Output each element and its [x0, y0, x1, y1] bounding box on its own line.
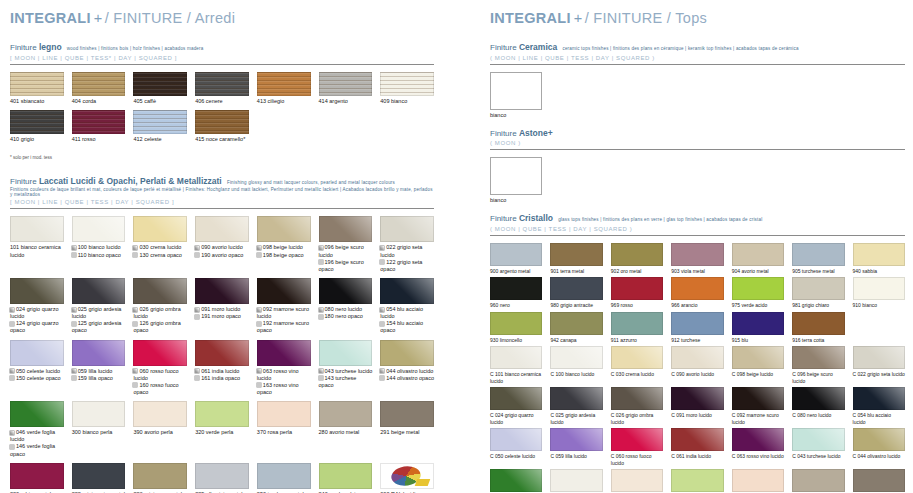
swatch-cell: 370 rosa perla — [257, 401, 311, 458]
color-swatch — [550, 277, 602, 300]
color-swatch — [72, 340, 126, 366]
catalog-page: INTEGRALI+/ FINITURE / Arredi Finiture l… — [0, 0, 913, 493]
gloss-finish-icon — [72, 246, 76, 250]
swatch-label: 969 rosso — [611, 302, 663, 309]
swatch-label: 320 verde perla — [195, 429, 249, 436]
swatch-label: 092 marrone scuro lucido192 marrone scur… — [257, 306, 311, 335]
swatch-label: C 024 grigio quarzo lucido — [490, 412, 542, 425]
swatch-cell: 981 grigio chiaro — [792, 277, 844, 309]
swatch-cell: C 043 turchese lucido — [792, 428, 844, 466]
swatch-label: 912 turchese — [671, 337, 723, 344]
color-swatch — [72, 278, 126, 304]
color-swatch — [380, 463, 434, 489]
swatch-cell: 030 crema lucido130 crema opaco — [133, 216, 187, 273]
matt-finish-icon — [380, 322, 384, 326]
matt-finish-icon — [72, 322, 76, 326]
swatch-cell: 390 avorio perla — [133, 401, 187, 458]
swatch-label: C 044 olivastro lucido — [853, 453, 905, 460]
swatch-label: 981 grigio chiaro — [792, 302, 844, 309]
color-swatch — [10, 401, 64, 427]
color-swatch — [853, 243, 905, 266]
swatch-label: C 101 bianco ceramica lucido — [490, 371, 542, 384]
swatch-cell: 054 blu acciaio lucido154 blu acciaio op… — [380, 278, 434, 335]
swatch-label: 411 rosso — [72, 136, 126, 143]
swatch-cell: C 060 rosso fuoco lucido — [611, 428, 663, 466]
matt-finish-icon — [133, 253, 137, 257]
swatch-label: 401 sbiancato — [10, 98, 64, 105]
swatch-cell: 240 verde salvia metal — [319, 463, 373, 493]
color-swatch — [671, 387, 723, 410]
gloss-finish-icon — [380, 246, 384, 250]
swatch-label: 903 viola metal — [671, 268, 723, 275]
swatch-label: C 096 beige scuro lucido — [792, 371, 844, 384]
swatch-label: 025 grigio ardesia lucido125 grigio arde… — [72, 306, 126, 335]
swatch-cell: 061 india lucido161 india opaco — [195, 340, 249, 397]
color-swatch — [490, 469, 542, 492]
divider — [490, 149, 905, 150]
divider — [10, 64, 434, 65]
swatch-cell: C 091 moro lucido — [671, 387, 723, 425]
swatch-cell: 096 beige scuro lucido196 beige scuro op… — [319, 216, 373, 273]
swatch-cell: C 280 avorio metal — [792, 469, 844, 493]
swatch-cell: 046 verde foglia lucido146 verde foglia … — [10, 401, 64, 458]
swatch-cell: C 054 blu acciaio lucido — [853, 387, 905, 425]
color-swatch — [611, 387, 663, 410]
color-swatch — [195, 463, 249, 489]
swatch-cell: 405 caffè — [133, 72, 187, 105]
color-swatch — [319, 340, 373, 366]
swatch-label: C 063 rosso vino lucido — [732, 453, 784, 460]
swatch-cell: 930 limoncello — [490, 312, 542, 344]
gloss-finish-icon — [10, 369, 14, 373]
divider — [490, 64, 905, 65]
swatch-label: C 025 grigio ardesia lucido — [550, 412, 602, 425]
swatch-cell: 404 corda — [72, 72, 126, 105]
color-swatch — [792, 428, 844, 451]
color-swatch — [72, 72, 126, 96]
swatch-cell: C 098 beige lucido — [732, 346, 784, 384]
swatch-label: 930 limoncello — [490, 337, 542, 344]
color-swatch — [792, 387, 844, 410]
swatch-label: 916 terra cotta — [792, 337, 844, 344]
swatch-cell: 901 terra metal — [550, 243, 602, 275]
swatch-label: 370 rosa perla — [257, 429, 311, 436]
swatch-label: C 061 india lucido — [671, 453, 723, 460]
swatch-label: C 030 crema lucido — [611, 371, 663, 378]
gloss-finish-icon — [257, 308, 261, 312]
section-langs-2: Finitions couleurs de laque brillant et … — [10, 187, 434, 197]
color-swatch — [792, 243, 844, 266]
color-swatch — [732, 387, 784, 410]
matt-finish-icon — [257, 322, 261, 326]
models-list-legno: [ MOON | LINE | QUBE | TESS* | DAY | SQU… — [10, 55, 434, 61]
swatch-cell: 902 oro metal — [611, 243, 663, 275]
swatch-cell: C 080 nero lucido — [792, 387, 844, 425]
swatch-label: 415 noce caramello* — [195, 136, 249, 143]
swatch-cell: C 370 rosa perla — [732, 469, 784, 493]
swatch-label: C 091 moro lucido — [671, 412, 723, 419]
swatch-cell: 966 arancio — [671, 277, 723, 309]
swatch-cell: 942 canapa — [550, 312, 602, 344]
color-swatch — [732, 346, 784, 369]
matt-finish-icon — [195, 253, 199, 257]
swatch-cell: 969 rosso — [611, 277, 663, 309]
breadcrumb: / FINITURE / Arredi — [105, 10, 236, 26]
color-swatch — [550, 469, 602, 492]
laccati-swatch-grid: 101 bianco ceramica lucido100 bianco luc… — [10, 216, 434, 493]
color-swatch — [380, 72, 434, 96]
swatch-label: C 060 rosso fuoco lucido — [611, 453, 663, 466]
color-swatch — [732, 312, 784, 335]
swatch-cell: 091 moro lucido191 moro opaco — [195, 278, 249, 335]
color-swatch — [319, 463, 373, 489]
swatch-cell: 911 azzurro — [611, 312, 663, 344]
swatch-label: 410 grigio — [10, 136, 64, 143]
swatch-label: 280 avorio metal — [319, 429, 373, 436]
gloss-finish-icon — [72, 369, 76, 373]
matt-finish-icon — [257, 253, 261, 257]
swatch-label: 026 grigio ombra lucido126 grigio ombra … — [133, 306, 187, 335]
swatch-cell: C 059 lilla lucido — [550, 428, 602, 466]
brand-plus: + — [94, 10, 103, 26]
swatch-cell: 415 noce caramello* — [195, 110, 249, 143]
swatch-cell: 025 grigio ardesia lucido125 grigio arde… — [72, 278, 126, 335]
color-swatch — [853, 387, 905, 410]
color-swatch — [792, 277, 844, 300]
color-swatch — [257, 278, 311, 304]
